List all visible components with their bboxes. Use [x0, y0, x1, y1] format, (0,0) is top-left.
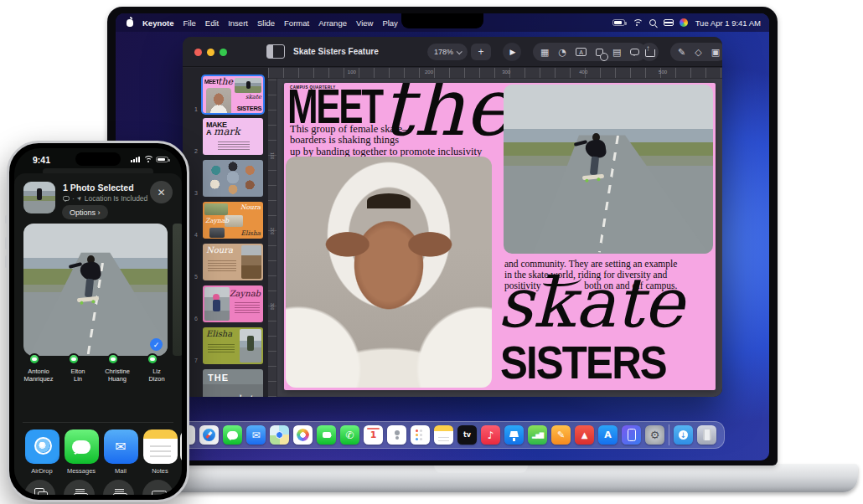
play-button[interactable]: ▶ — [503, 43, 521, 61]
airdrop-contact[interactable]: LizDizon — [137, 364, 176, 383]
slide-thumbnail-3[interactable] — [203, 160, 263, 197]
airdrop-contact[interactable]: ChristineHuang — [98, 364, 137, 383]
menu-edit[interactable]: Edit — [205, 18, 219, 28]
slide-thumbnail-8[interactable]: THE skate — [203, 369, 263, 397]
airdrop-contact[interactable]: AntonioManriquez — [19, 364, 58, 383]
next-app-edge[interactable] — [180, 429, 182, 464]
add-to-album-action-button[interactable]: + — [103, 480, 134, 495]
share-app-messages[interactable]: Messages — [62, 429, 101, 475]
apple-tv-icon[interactable]: tv — [457, 425, 477, 445]
slide-thumbnail-4[interactable]: Noura Zaynab Elisha — [203, 202, 263, 239]
color-app-icon[interactable] — [680, 18, 688, 27]
iphone-mirroring-icon[interactable] — [622, 425, 641, 445]
slide-intro-text[interactable]: This group of female skate– boarders is … — [290, 124, 482, 157]
menu-view[interactable]: View — [356, 18, 373, 28]
copy-action-button[interactable] — [24, 480, 55, 495]
menubar-status-area: Tue Apr 1 9:41 AM — [612, 18, 761, 28]
slide-thumbnail-6[interactable]: Zaynab — [203, 285, 263, 322]
pages-icon[interactable]: ✎ — [551, 425, 571, 445]
keynote-dock-icon[interactable] — [504, 425, 524, 445]
wifi-icon[interactable] — [633, 19, 642, 27]
selected-photo[interactable]: ✓ — [23, 224, 168, 356]
minimize-window-button[interactable] — [207, 49, 214, 56]
next-photo-edge[interactable] — [173, 224, 182, 356]
volume-up-button[interactable] — [5, 237, 8, 249]
slide-thumbnail-2[interactable]: MAKE A mark — [203, 118, 263, 155]
wifi-icon — [143, 156, 152, 163]
app-store-icon[interactable]: A — [598, 425, 618, 445]
menu-file[interactable]: File — [183, 18, 195, 28]
menubar-clock[interactable]: Tue Apr 1 9:41 AM — [695, 18, 761, 28]
menu-arrange[interactable]: Arrange — [318, 18, 347, 28]
add-slide-button[interactable]: + — [471, 44, 491, 60]
slide-thumbnail-5[interactable]: Noura — [203, 244, 263, 280]
view-sidebar-icon[interactable] — [266, 44, 285, 59]
calendar-icon[interactable]: 1 — [364, 425, 383, 445]
zoom-level-control[interactable]: 178% — [427, 44, 468, 60]
shared-album-action-button[interactable] — [64, 480, 95, 495]
dock: ✉ ✆ 1 tv ♪ ▂▅▇ ✎ ▲ A ⚙ — [168, 421, 725, 449]
numbers-icon[interactable]: ▂▅▇ — [528, 425, 547, 445]
slide-photo-skater[interactable] — [504, 85, 713, 254]
airdrop-contact[interactable]: EltonLin — [59, 364, 97, 383]
document-setup-icon[interactable]: ▣ — [711, 48, 720, 57]
shape-icon[interactable] — [596, 49, 603, 56]
slide-outro-text[interactable]: SISTERS — [500, 339, 666, 386]
menu-play[interactable]: Play — [382, 18, 397, 28]
app-label: AirDrop — [23, 467, 61, 475]
contacts-icon[interactable] — [387, 425, 406, 445]
messages-icon[interactable] — [223, 425, 242, 445]
menu-format[interactable]: Format — [284, 18, 309, 28]
media-icon[interactable]: ▤ — [612, 48, 621, 57]
zoom-window-button[interactable] — [220, 49, 227, 56]
share-app-airdrop[interactable]: AirDrop — [23, 429, 61, 475]
check-icon: ✓ — [153, 341, 160, 349]
system-settings-icon[interactable]: ⚙ — [645, 425, 664, 445]
menu-app-name[interactable]: Keynote — [142, 18, 173, 28]
airplay-action-button[interactable] — [142, 480, 173, 495]
current-slide[interactable]: CAMPUS QUARTERLY MEET the This group of … — [284, 83, 716, 390]
chart-icon[interactable]: ◔ — [558, 48, 566, 57]
slide-row-3: 3 — [183, 157, 268, 198]
comment-icon[interactable] — [630, 49, 639, 55]
photos-icon[interactable] — [293, 425, 313, 445]
text-icon[interactable]: A — [576, 48, 587, 56]
reminders-icon[interactable] — [411, 425, 430, 445]
trash-icon[interactable] — [697, 425, 716, 445]
mail-icon[interactable]: ✉ — [246, 425, 266, 445]
volume-down-button[interactable] — [5, 255, 8, 268]
app-label: Mail — [101, 467, 140, 475]
animate-icon[interactable]: ◇ — [695, 48, 701, 57]
music-icon[interactable]: ♪ — [481, 425, 500, 445]
slide-number: 2 — [188, 148, 198, 154]
downloads-folder-icon[interactable] — [674, 425, 693, 445]
menu-slide[interactable]: Slide — [257, 18, 275, 28]
phone-icon[interactable]: ✆ — [340, 425, 359, 445]
close-button[interactable]: ✕ — [150, 181, 173, 203]
facetime-icon[interactable] — [317, 425, 336, 445]
share-app-mail[interactable]: ✉ Mail — [101, 429, 140, 475]
safari-icon[interactable] — [199, 425, 219, 445]
close-window-button[interactable] — [194, 49, 202, 56]
mute-switch[interactable] — [5, 215, 8, 224]
maps-icon[interactable] — [270, 425, 289, 445]
battery-icon[interactable] — [612, 19, 625, 26]
slide-thumbnail-7[interactable]: Elisha — [203, 327, 263, 364]
control-center-icon[interactable] — [664, 19, 672, 26]
slide-outro-script-text[interactable]: skate — [498, 265, 684, 341]
menu-insert[interactable]: Insert — [228, 18, 248, 28]
slide-headline-text[interactable]: MEET — [287, 86, 382, 127]
slide-thumbnail-1[interactable]: MEET the skate SISTERS — [203, 76, 263, 113]
table-icon[interactable]: ▦ — [540, 48, 549, 57]
spotlight-icon[interactable] — [649, 19, 656, 26]
notes-icon — [143, 429, 178, 464]
share-button[interactable] — [640, 43, 659, 61]
battery-icon — [156, 157, 168, 163]
share-app-notes[interactable]: Notes — [141, 429, 179, 475]
options-button[interactable]: Options › — [62, 205, 108, 219]
notes-icon[interactable] — [434, 425, 453, 445]
slide-photo-portrait[interactable] — [286, 157, 492, 388]
rocket-app-icon[interactable]: ▲ — [575, 425, 594, 445]
apple-menu-icon[interactable] — [127, 19, 133, 27]
format-brush-icon[interactable]: ✎ — [678, 48, 685, 57]
